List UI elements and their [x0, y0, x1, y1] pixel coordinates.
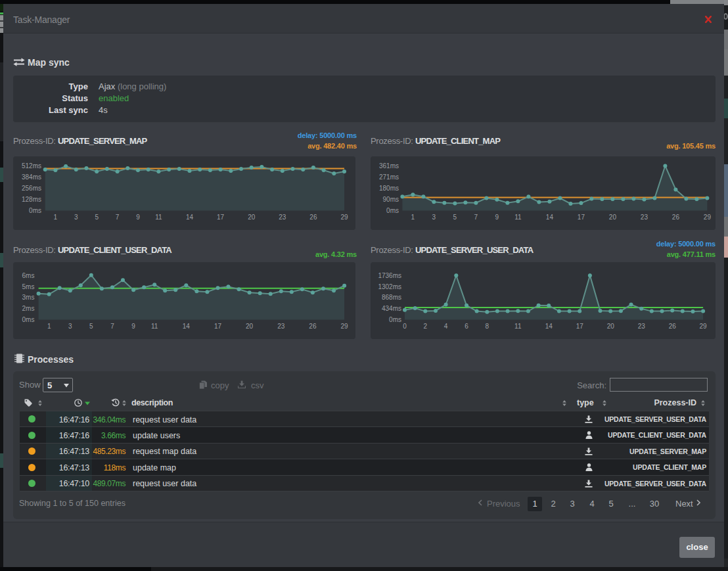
svg-text:20: 20 — [609, 214, 617, 221]
svg-text:11: 11 — [514, 214, 522, 221]
svg-text:26: 26 — [309, 214, 317, 221]
svg-text:6ms: 6ms — [22, 272, 34, 279]
svg-text:23: 23 — [641, 214, 648, 221]
svg-text:5: 5 — [89, 323, 93, 330]
svg-text:0ms: 0ms — [29, 207, 41, 214]
svg-text:1: 1 — [411, 214, 415, 221]
svg-text:17: 17 — [217, 214, 225, 221]
svg-text:2: 2 — [424, 323, 428, 330]
svg-text:434ms: 434ms — [382, 305, 401, 312]
svg-text:26: 26 — [672, 214, 680, 221]
svg-text:23: 23 — [638, 323, 646, 330]
svg-text:5: 5 — [95, 214, 99, 221]
svg-text:0ms: 0ms — [386, 207, 399, 214]
svg-text:6: 6 — [465, 323, 468, 330]
svg-text:14: 14 — [186, 214, 194, 221]
svg-text:17: 17 — [578, 214, 585, 221]
svg-text:20: 20 — [607, 323, 615, 330]
svg-text:3ms: 3ms — [22, 294, 34, 301]
svg-text:26: 26 — [309, 323, 317, 330]
svg-text:256ms: 256ms — [22, 185, 41, 192]
svg-text:11: 11 — [514, 323, 522, 330]
svg-text:29: 29 — [704, 214, 712, 221]
svg-text:17: 17 — [214, 323, 222, 330]
svg-text:180ms: 180ms — [379, 185, 399, 192]
svg-text:1: 1 — [54, 214, 58, 221]
svg-text:90ms: 90ms — [383, 196, 399, 203]
svg-text:361ms: 361ms — [379, 162, 399, 170]
svg-text:7: 7 — [110, 323, 114, 330]
svg-text:128ms: 128ms — [22, 196, 41, 203]
svg-text:29: 29 — [340, 214, 348, 221]
svg-text:14: 14 — [183, 323, 191, 330]
svg-text:9: 9 — [136, 214, 140, 221]
svg-text:3: 3 — [68, 323, 72, 330]
svg-text:11: 11 — [151, 323, 158, 330]
svg-text:0ms: 0ms — [389, 316, 401, 323]
svg-text:14: 14 — [545, 323, 553, 330]
svg-text:384ms: 384ms — [22, 173, 41, 181]
svg-text:7: 7 — [116, 214, 120, 221]
svg-text:512ms: 512ms — [22, 162, 41, 170]
svg-text:4: 4 — [444, 323, 448, 330]
svg-text:5: 5 — [453, 214, 457, 221]
svg-text:5ms: 5ms — [22, 283, 34, 290]
svg-text:1: 1 — [47, 323, 51, 330]
svg-text:868ms: 868ms — [382, 294, 401, 301]
svg-text:271ms: 271ms — [379, 173, 399, 181]
svg-text:0: 0 — [403, 323, 407, 330]
svg-text:3: 3 — [432, 214, 436, 221]
svg-text:1736ms: 1736ms — [378, 272, 401, 279]
svg-text:2ms: 2ms — [22, 305, 34, 312]
svg-text:8: 8 — [486, 323, 489, 330]
svg-text:3: 3 — [74, 214, 78, 221]
svg-text:23: 23 — [277, 323, 285, 330]
svg-text:9: 9 — [131, 323, 135, 330]
svg-text:20: 20 — [248, 214, 256, 221]
svg-text:11: 11 — [155, 214, 162, 221]
svg-text:14: 14 — [546, 214, 554, 221]
svg-text:9: 9 — [495, 214, 499, 221]
svg-text:20: 20 — [246, 323, 254, 330]
svg-text:23: 23 — [279, 214, 286, 221]
svg-text:7: 7 — [474, 214, 478, 221]
svg-text:26: 26 — [669, 323, 677, 330]
svg-text:0ms: 0ms — [22, 316, 34, 323]
svg-text:1302ms: 1302ms — [378, 283, 401, 290]
svg-text:29: 29 — [700, 323, 708, 330]
svg-text:17: 17 — [576, 323, 584, 330]
svg-text:29: 29 — [341, 323, 349, 330]
